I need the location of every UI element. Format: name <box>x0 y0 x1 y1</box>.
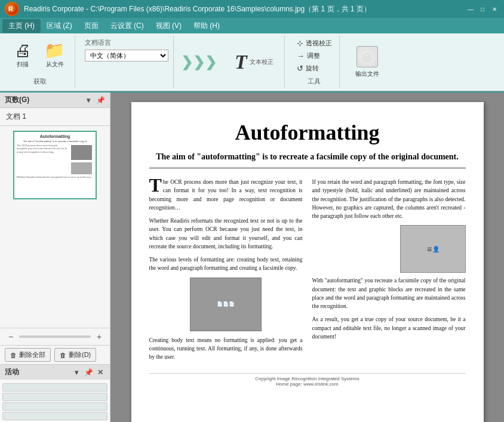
paper-stack-image: 📄📄📄 <box>190 278 262 331</box>
scan-button[interactable]: 🖨 扫描 <box>11 38 35 71</box>
title-bar-left: R Readiris Corporate - C:\Program Files … <box>5 2 371 16</box>
activity-pin-btn[interactable]: 📌 <box>84 368 93 377</box>
panel-dropdown-btn[interactable]: ▾ <box>84 96 93 105</box>
main-layout: 页数(G) ▾ 📌 文档 1 Autoformatting The aim of… <box>0 93 504 422</box>
window-controls: — □ ✕ <box>466 4 499 14</box>
delete-icon: 🗑 <box>60 352 66 359</box>
ocr-button[interactable]: T 文本校正 <box>231 50 277 75</box>
window-title: Readiris Corporate - C:\Program Files (x… <box>24 4 371 14</box>
thumb-col-2: Whether Readiris reformats the recognize… <box>17 175 93 178</box>
output-icon: ◎ <box>357 46 378 67</box>
svg-text:R: R <box>8 5 13 13</box>
get-label: 获取 <box>33 77 47 86</box>
menu-cloud[interactable]: 云设置 (C) <box>105 19 150 33</box>
thumb-content: Autoformatting The aim of "autoformattin… <box>14 132 96 198</box>
output-button[interactable]: ◎ 输出文件 <box>352 44 383 81</box>
doc-subtitle: The aim of "autoformatting" is to recrea… <box>149 152 466 168</box>
footer-line-1: Copyright Image Recognition Integrated S… <box>149 376 466 381</box>
pages-label: 页数(G) <box>5 95 29 105</box>
rotate-btn[interactable]: ↺ 旋转 <box>294 63 334 73</box>
delete-all-btn[interactable]: 🗑 删除全部 <box>5 348 51 362</box>
tool-options-group: ⊹ 透视校正 → 调整 ↺ 旋转 工具 <box>290 36 340 88</box>
delete-btn[interactable]: 🗑 删除(D) <box>54 348 96 362</box>
activity-panel: 活动 ▾ 📌 ✕ <box>0 364 110 422</box>
thumb-col-1: The OCR process does more than just reco… <box>17 144 67 175</box>
adjust-btn[interactable]: → 调整 <box>294 51 334 61</box>
ribbon: 🖨 扫描 📁 从文件 获取 文档语言 中文（简体） ❯❯❯ <box>0 33 504 91</box>
menu-view[interactable]: 视图 (V) <box>150 19 188 33</box>
doc-two-col: The OCR process does more than just reco… <box>149 178 466 366</box>
doc-para-5: If you retain the word and paragraph for… <box>312 178 466 220</box>
ocr-group: T 文本校正 <box>224 36 285 88</box>
panel-controls: ▾ 📌 <box>84 96 105 105</box>
doc-para-7: As a result, you get a true copy of your… <box>312 315 466 341</box>
doc-view[interactable]: Autoformatting The aim of "autoformattin… <box>110 93 504 422</box>
activity-header: 活动 ▾ 📌 ✕ <box>0 365 110 380</box>
lang-select[interactable]: 中文（简体） <box>85 50 168 61</box>
delete-all-label: 删除全部 <box>19 350 45 359</box>
doc-page: Autoformatting The aim of "autoformattin… <box>131 102 484 422</box>
zoom-plus-btn[interactable]: + <box>93 331 105 343</box>
delete-label: 删除(D) <box>69 350 91 359</box>
footer-line-2: Home page: www.irislink.com <box>149 381 466 387</box>
output-group: ◎ 输出文件 <box>345 36 390 88</box>
activity-label: 活动 <box>5 367 19 377</box>
menu-page[interactable]: 页面 <box>78 19 105 33</box>
menu-bar: 主页 (H) 区域 (Z) 页面 云设置 (C) 视图 (V) 帮助 (H) <box>0 18 504 33</box>
doc-para-6: With "autoformatting" you recreate a fac… <box>312 276 466 310</box>
thumb-body: The OCR process does more than just reco… <box>17 144 93 175</box>
desk-image: 🖥👤 <box>400 225 466 273</box>
menu-help[interactable]: 帮助 (H) <box>188 19 226 33</box>
doc-para-4: Creating body text means no formatting i… <box>149 336 303 362</box>
activity-bar-1 <box>2 383 107 392</box>
title-bar: R Readiris Corporate - C:\Program Files … <box>0 0 504 18</box>
doc-list: 文档 1 <box>0 108 110 126</box>
activity-close-btn[interactable]: ✕ <box>96 368 105 377</box>
tools-label: 工具 <box>294 77 334 86</box>
activity-dropdown-btn[interactable]: ▾ <box>72 368 81 377</box>
app-logo: R <box>5 2 19 16</box>
page-thumbnail[interactable]: Autoformatting The aim of "autoformattin… <box>13 131 97 199</box>
pages-panel-header: 页数(G) ▾ 📌 <box>0 93 110 108</box>
doc-main-title: Autoformatting <box>149 120 466 145</box>
menu-region[interactable]: 区域 (Z) <box>41 19 78 33</box>
lang-label: 文档语言 <box>85 38 168 47</box>
thumbnail-area: Autoformatting The aim of "autoformattin… <box>0 126 110 328</box>
delete-controls: 🗑 删除全部 🗑 删除(D) <box>0 346 110 364</box>
doc-para-2: Whether Readiris reformats the recognize… <box>149 217 303 251</box>
language-group: 文档语言 中文（简体） <box>80 36 174 88</box>
left-panel: 页数(G) ▾ 📌 文档 1 Autoformatting The aim of… <box>0 93 110 422</box>
zoom-minus-btn[interactable]: − <box>5 331 17 343</box>
menu-home[interactable]: 主页 (H) <box>2 19 41 33</box>
delete-all-icon: 🗑 <box>10 352 17 359</box>
maximize-button[interactable]: □ <box>478 4 487 14</box>
scan-group: 🖨 扫描 📁 从文件 获取 <box>5 36 75 88</box>
thumb-title: Autoformatting <box>17 134 93 138</box>
get-label-2 <box>85 82 168 86</box>
perspective-btn[interactable]: ⊹ 透视校正 <box>294 38 334 48</box>
chevrons: ❯❯❯ <box>179 36 219 88</box>
doc-para-3: The various levels of formatting are: cr… <box>149 255 303 273</box>
panel-pin-btn[interactable]: 📌 <box>96 96 105 105</box>
doc-col-right: If you retain the word and paragraph for… <box>312 178 466 366</box>
doc-footer: Copyright Image Recognition Integrated S… <box>149 373 466 387</box>
close-button[interactable]: ✕ <box>490 4 499 14</box>
minimize-button[interactable]: — <box>466 4 475 14</box>
activity-content <box>0 380 110 422</box>
doc-item-1[interactable]: 文档 1 <box>2 110 107 123</box>
zoom-slider[interactable] <box>19 335 91 338</box>
activity-bar-2 <box>2 393 107 401</box>
activity-bar-4 <box>2 412 107 420</box>
from-file-button[interactable]: 📁 从文件 <box>41 38 69 71</box>
doc-col-left: The OCR process does more than just reco… <box>149 178 303 366</box>
doc-para-1: The OCR process does more than just reco… <box>149 178 303 212</box>
activity-bar-3 <box>2 402 107 411</box>
zoom-controls: − + <box>0 328 110 346</box>
